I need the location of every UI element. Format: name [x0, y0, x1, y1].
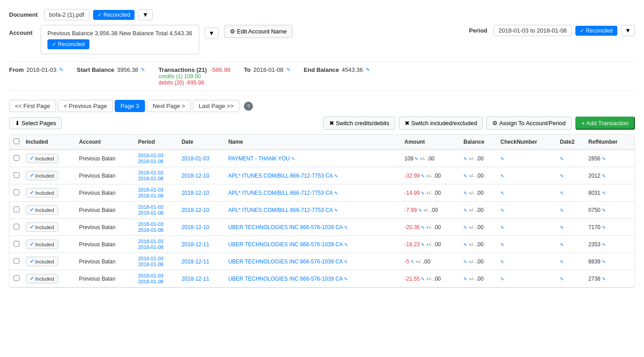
included-badge[interactable]: ✓ Included: [26, 171, 58, 180]
balance-edit-icon[interactable]: ✎: [463, 191, 467, 196]
end-balance-edit-icon[interactable]: ✎: [366, 67, 370, 73]
date2-edit-icon[interactable]: ✎: [560, 156, 564, 161]
row-checkbox[interactable]: [14, 189, 19, 195]
name-edit-icon[interactable]: ✎: [344, 277, 348, 282]
balance-plus-minus[interactable]: +/-: [469, 259, 475, 264]
included-badge[interactable]: ✓ Included: [26, 240, 58, 249]
balance-edit-icon[interactable]: ✎: [463, 156, 467, 161]
checknumber-edit-icon[interactable]: ✎: [500, 242, 504, 247]
date2-edit-icon[interactable]: ✎: [560, 208, 564, 213]
amount-edit-icon[interactable]: ✎: [420, 242, 425, 247]
balance-edit-icon[interactable]: ✎: [463, 277, 467, 282]
select-pages-button[interactable]: ⬇ Select Pages: [9, 117, 62, 129]
balance-plus-minus[interactable]: +/-: [469, 276, 475, 282]
row-checkbox[interactable]: [14, 275, 19, 281]
balance-edit-icon[interactable]: ✎: [463, 208, 467, 213]
row-checkbox[interactable]: [14, 172, 19, 178]
amount-edit-icon[interactable]: ✎: [409, 259, 414, 264]
balance-plus-minus[interactable]: +/-: [469, 156, 475, 161]
amount-edit-icon[interactable]: ✎: [420, 225, 425, 230]
name-edit-icon[interactable]: ✎: [334, 174, 338, 178]
amount-plus-minus[interactable]: +/-: [425, 190, 433, 196]
from-edit-icon[interactable]: ✎: [59, 67, 63, 73]
checknumber-edit-icon[interactable]: ✎: [500, 259, 504, 264]
amount-edit-icon[interactable]: ✎: [420, 191, 425, 196]
balance-plus-minus[interactable]: +/-: [469, 242, 475, 247]
to-edit-icon[interactable]: ✎: [286, 67, 290, 73]
ref-edit-icon[interactable]: ✎: [602, 242, 606, 247]
row-checkbox[interactable]: [14, 224, 19, 230]
switch-included-button[interactable]: ✖ Switch included/excluded: [399, 117, 483, 130]
name-edit-icon[interactable]: ✎: [344, 225, 348, 230]
amount-plus-minus[interactable]: +/-: [418, 156, 427, 161]
date2-edit-icon[interactable]: ✎: [560, 174, 564, 178]
prev-page-button[interactable]: < Previous Page: [58, 100, 113, 112]
checknumber-edit-icon[interactable]: ✎: [500, 174, 504, 178]
current-page-button[interactable]: Page 3: [115, 100, 145, 112]
switch-credits-button[interactable]: ✖ Switch credits/debits: [323, 117, 395, 130]
next-page-button[interactable]: Next Page >: [147, 100, 191, 112]
amount-plus-minus[interactable]: +/-: [414, 259, 423, 264]
checknumber-edit-icon[interactable]: ✎: [500, 277, 504, 282]
date2-edit-icon[interactable]: ✎: [560, 259, 564, 264]
balance-plus-minus[interactable]: +/-: [469, 173, 475, 178]
balance-plus-minus[interactable]: +/-: [469, 225, 475, 230]
name-edit-icon[interactable]: ✎: [334, 191, 338, 196]
name-edit-icon[interactable]: ✎: [344, 259, 348, 264]
amount-edit-icon[interactable]: ✎: [414, 156, 419, 161]
ref-edit-icon[interactable]: ✎: [602, 259, 606, 264]
period-dropdown[interactable]: ▼: [621, 25, 635, 36]
name-edit-icon[interactable]: ✎: [334, 208, 338, 213]
checknumber-edit-icon[interactable]: ✎: [500, 156, 504, 161]
select-all-checkbox[interactable]: [14, 138, 19, 144]
start-balance-edit-icon[interactable]: ✎: [141, 67, 145, 73]
name-edit-icon[interactable]: ✎: [344, 242, 348, 247]
row-checkbox[interactable]: [14, 207, 19, 212]
included-badge[interactable]: ✓ Included: [26, 154, 58, 163]
document-dropdown[interactable]: ▼: [138, 9, 152, 20]
period-reconciled-badge[interactable]: ✓ Reconciled: [575, 26, 617, 36]
ref-edit-icon[interactable]: ✎: [602, 156, 606, 161]
balance-edit-icon[interactable]: ✎: [463, 259, 467, 264]
checknumber-edit-icon[interactable]: ✎: [500, 191, 504, 196]
date2-edit-icon[interactable]: ✎: [560, 242, 564, 247]
amount-plus-minus[interactable]: +/-: [425, 242, 433, 247]
ref-edit-icon[interactable]: ✎: [602, 174, 606, 178]
date2-edit-icon[interactable]: ✎: [560, 225, 564, 230]
edit-account-button[interactable]: ⚙ Edit Account Name: [224, 25, 293, 38]
included-badge[interactable]: ✓ Included: [26, 274, 58, 283]
account-dropdown[interactable]: ▼: [205, 28, 219, 39]
amount-plus-minus[interactable]: +/-: [422, 207, 430, 213]
checknumber-edit-icon[interactable]: ✎: [500, 225, 504, 230]
ref-edit-icon[interactable]: ✎: [602, 208, 606, 213]
balance-edit-icon[interactable]: ✎: [463, 242, 467, 247]
date2-edit-icon[interactable]: ✎: [560, 277, 564, 282]
amount-plus-minus[interactable]: +/-: [425, 276, 433, 282]
name-edit-icon[interactable]: ✎: [291, 156, 295, 161]
amount-plus-minus[interactable]: +/-: [425, 225, 433, 230]
amount-plus-minus[interactable]: +/-: [425, 173, 433, 178]
add-transaction-button[interactable]: + Add Transaction: [575, 117, 635, 130]
balance-plus-minus[interactable]: +/-: [469, 190, 475, 196]
included-badge[interactable]: ✓ Included: [26, 205, 58, 215]
assign-button[interactable]: ⚙ Assign To Account/Period: [486, 117, 571, 130]
last-page-button[interactable]: Last Page >>: [193, 100, 239, 112]
first-page-button[interactable]: << First Page: [9, 100, 56, 112]
amount-edit-icon[interactable]: ✎: [420, 174, 425, 178]
balance-plus-minus[interactable]: +/-: [469, 207, 475, 213]
ref-edit-icon[interactable]: ✎: [602, 191, 606, 196]
help-icon[interactable]: ?: [244, 102, 253, 111]
row-checkbox[interactable]: [14, 241, 19, 247]
document-reconciled-badge[interactable]: ✓ Reconciled: [93, 10, 135, 20]
checknumber-edit-icon[interactable]: ✎: [500, 208, 504, 213]
ref-edit-icon[interactable]: ✎: [602, 225, 606, 230]
included-badge[interactable]: ✓ Included: [26, 188, 58, 197]
date2-edit-icon[interactable]: ✎: [560, 191, 564, 196]
balance-edit-icon[interactable]: ✎: [463, 174, 467, 178]
account-reconciled-badge[interactable]: ✓ Reconciled: [47, 39, 89, 49]
amount-edit-icon[interactable]: ✎: [417, 208, 422, 213]
amount-edit-icon[interactable]: ✎: [420, 277, 425, 282]
ref-edit-icon[interactable]: ✎: [602, 277, 606, 282]
row-checkbox[interactable]: [14, 258, 19, 264]
row-checkbox[interactable]: [14, 155, 19, 161]
